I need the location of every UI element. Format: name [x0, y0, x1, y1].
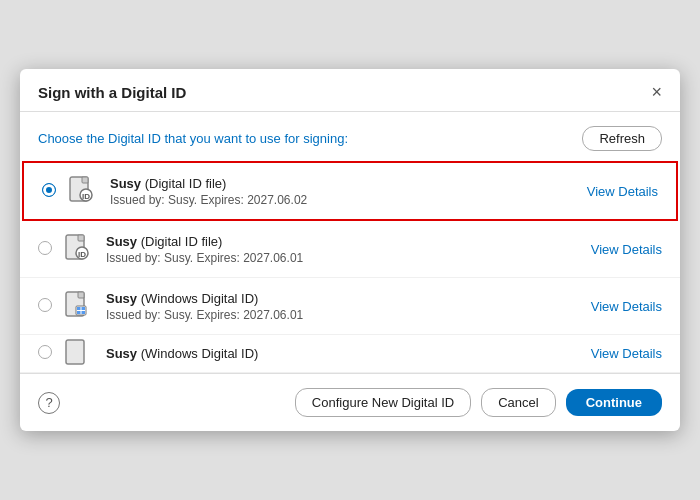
- continue-button[interactable]: Continue: [566, 389, 662, 416]
- id-file-icon-2: ID: [60, 231, 96, 267]
- radio-2[interactable]: [38, 241, 60, 258]
- radio-empty-icon-2: [38, 241, 52, 255]
- help-button[interactable]: ?: [38, 392, 60, 414]
- id-item-2[interactable]: ID Susy (Digital ID file) Issued by: Sus…: [20, 221, 680, 278]
- radio-3[interactable]: [38, 298, 60, 315]
- dialog-body: Choose the Digital ID that you want to u…: [20, 112, 680, 373]
- dialog-header: Sign with a Digital ID ×: [20, 69, 680, 112]
- id-item-3[interactable]: Susy (Windows Digital ID) Issued by: Sus…: [20, 278, 680, 335]
- svg-text:ID: ID: [78, 250, 86, 259]
- sign-digital-id-dialog: Sign with a Digital ID × Choose the Digi…: [20, 69, 680, 431]
- id-list[interactable]: ID Susy (Digital ID file) Issued by: Sus…: [20, 161, 680, 373]
- configure-new-digital-id-button[interactable]: Configure New Digital ID: [295, 388, 471, 417]
- close-button[interactable]: ×: [651, 83, 662, 101]
- id-icon-partial: [60, 336, 96, 372]
- view-details-link-2[interactable]: View Details: [591, 242, 662, 257]
- id-name-2: Susy (Digital ID file): [106, 234, 581, 249]
- id-windows-icon-3: [60, 288, 96, 324]
- radio-empty-icon-3: [38, 298, 52, 312]
- id-file-icon-1: ID: [64, 173, 100, 209]
- id-issued-1: Issued by: Susy. Expires: 2027.06.02: [110, 193, 577, 207]
- id-issued-3: Issued by: Susy. Expires: 2027.06.01: [106, 308, 581, 322]
- radio-partial: [38, 345, 60, 362]
- id-issued-2: Issued by: Susy. Expires: 2027.06.01: [106, 251, 581, 265]
- svg-text:ID: ID: [82, 192, 90, 201]
- radio-empty-icon-partial: [38, 345, 52, 359]
- radio-filled-icon: [42, 183, 56, 197]
- id-info-2: Susy (Digital ID file) Issued by: Susy. …: [106, 234, 581, 265]
- dialog-footer: ? Configure New Digital ID Cancel Contin…: [20, 373, 680, 431]
- id-name-partial: Susy (Windows Digital ID): [106, 346, 581, 361]
- id-item-1[interactable]: ID Susy (Digital ID file) Issued by: Sus…: [22, 161, 678, 221]
- id-info-partial: Susy (Windows Digital ID): [106, 346, 581, 361]
- radio-1[interactable]: [42, 183, 64, 200]
- id-name-1: Susy (Digital ID file): [110, 176, 577, 191]
- svg-rect-14: [82, 311, 86, 314]
- subtitle-text: Choose the Digital ID that you want to u…: [38, 131, 348, 146]
- svg-rect-1: [82, 177, 88, 183]
- id-name-3: Susy (Windows Digital ID): [106, 291, 581, 306]
- refresh-button[interactable]: Refresh: [582, 126, 662, 151]
- svg-rect-15: [66, 340, 84, 364]
- cancel-button[interactable]: Cancel: [481, 388, 555, 417]
- footer-left: ?: [38, 392, 60, 414]
- id-item-partial: Susy (Windows Digital ID) View Details: [20, 335, 680, 373]
- subtitle-row: Choose the Digital ID that you want to u…: [20, 126, 680, 161]
- svg-rect-5: [78, 235, 84, 241]
- svg-rect-9: [78, 292, 84, 298]
- svg-rect-11: [77, 307, 81, 310]
- view-details-link-1[interactable]: View Details: [587, 184, 658, 199]
- svg-rect-13: [77, 311, 81, 314]
- dialog-title: Sign with a Digital ID: [38, 84, 186, 101]
- view-details-link-partial[interactable]: View Details: [591, 346, 662, 361]
- view-details-link-3[interactable]: View Details: [591, 299, 662, 314]
- id-info-1: Susy (Digital ID file) Issued by: Susy. …: [110, 176, 577, 207]
- svg-rect-12: [82, 307, 86, 310]
- id-info-3: Susy (Windows Digital ID) Issued by: Sus…: [106, 291, 581, 322]
